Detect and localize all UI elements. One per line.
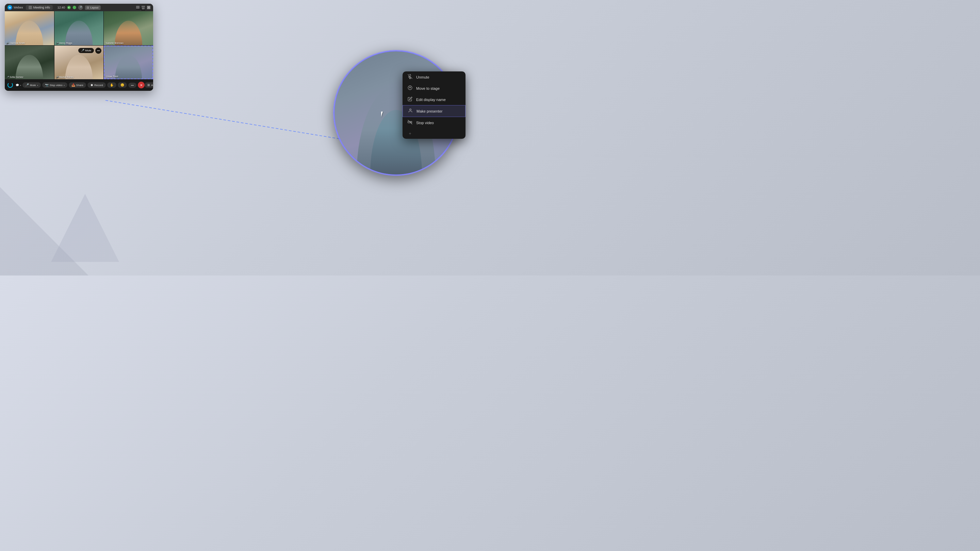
make-presenter-label: Make presenter	[417, 109, 442, 113]
video-chevron: ▾	[64, 84, 65, 86]
bg-decoration-2	[51, 194, 119, 262]
emoji-icon: 😊	[121, 83, 124, 87]
menu-item-partial[interactable]: +	[402, 128, 466, 139]
layout-icon: ⊡	[87, 6, 89, 9]
mute-label: Mute	[30, 84, 36, 87]
participant-name-isabelle: Isabelle Brennan	[105, 42, 124, 44]
minimize-button[interactable]: —	[136, 6, 140, 9]
webex-label: Webex	[14, 6, 23, 9]
svg-point-6	[410, 109, 411, 111]
record-button[interactable]: ⏺ Record	[88, 82, 106, 88]
move-to-stage-label: Move to stage	[416, 86, 440, 91]
record-icon: ⏺	[90, 83, 93, 87]
stop-video-button[interactable]: 📷 Stop video ▾	[42, 82, 67, 88]
mic-status-icon: 🎤	[78, 5, 83, 10]
menu-item-make-presenter[interactable]: Make presenter	[402, 105, 466, 117]
stop-video-label: Stop video	[50, 84, 63, 87]
mute-badge-label: Mute	[86, 49, 92, 52]
end-call-button[interactable]: ✕	[138, 82, 145, 89]
meeting-info-label: Meeting info	[33, 6, 50, 9]
toolbar-left: 💬 ▾	[8, 82, 22, 88]
title-bar-center: 12:40 ● 🎤 ⊡ Layout	[57, 5, 101, 10]
apps-label: Apps	[151, 84, 153, 87]
mute-badge-marise[interactable]: 🎤 Mute	[78, 48, 94, 53]
video-cell-isabelle: Isabelle Brennan	[104, 11, 153, 45]
name-marise: Marise Torres	[59, 76, 73, 78]
video-cell-umar: Umar Patel	[104, 46, 153, 79]
stop-video-menu-icon	[407, 120, 413, 125]
layout-button[interactable]: ⊡ Layout	[85, 5, 100, 10]
end-icon: ✕	[140, 83, 143, 87]
hand-icon: ✋	[110, 83, 114, 87]
name-umar: Umar Patel	[106, 75, 118, 78]
title-bar-left: W Webex Meeting info	[8, 5, 53, 10]
window-controls: — □ ✕	[136, 6, 150, 9]
more-options-button[interactable]: •••	[128, 83, 137, 88]
silhouette-isabelle	[111, 14, 146, 45]
meeting-info-tab[interactable]: Meeting info	[26, 5, 53, 10]
record-label: Record	[94, 84, 103, 87]
silhouette-clarissa	[12, 14, 47, 45]
cell-overlay-marise: 🎤 Mute •••	[78, 48, 102, 54]
status-indicator	[73, 6, 76, 9]
svg-line-0	[105, 100, 364, 143]
share-icon: 📤	[72, 83, 75, 87]
video-cell-marise: 🎤 Mute ••• 🎤 Marise Torres	[54, 46, 104, 79]
mic-icon-marise: 🎤	[56, 76, 59, 78]
share-label: Share	[76, 84, 83, 87]
toolbar-center: 🎤 Mute ▾ 📷 Stop video ▾ 📤 Share ⏺ Record…	[22, 82, 145, 89]
mute-chevron: ▾	[37, 84, 38, 86]
more-badge-marise[interactable]: •••	[95, 48, 102, 54]
more-dots: •••	[131, 84, 134, 87]
participant-name-sofia: 🎤 Sofia Gomez	[6, 76, 23, 78]
captions-icon: 💬	[16, 84, 19, 87]
name-isabelle: Isabelle Brennan	[105, 42, 124, 44]
share-button[interactable]: 📤 Share	[69, 82, 86, 88]
mute-badge-icon: 🎤	[81, 49, 84, 52]
silhouette-sofia	[12, 49, 47, 79]
webex-icon: W	[8, 5, 12, 10]
maximize-button[interactable]: □	[142, 6, 145, 9]
unmute-icon	[407, 74, 413, 80]
name-sofia: Sofia Gomez	[10, 76, 23, 78]
close-button[interactable]: ✕	[147, 6, 150, 9]
mic-icon-henry: 🎤	[56, 42, 59, 44]
video-cell-clarissa: 🎤 Clarissa Smith	[5, 11, 54, 45]
raise-hand-button[interactable]: ✋	[107, 82, 116, 88]
move-to-stage-icon	[407, 86, 413, 91]
app-window: W Webex Meeting info 12:40 ● 🎤 ⊡ Layout …	[5, 4, 153, 91]
context-menu: Unmute Move to stage Edit display name	[402, 71, 466, 139]
silhouette-umar	[111, 49, 145, 79]
mic-icon-clarissa: 🎤	[6, 42, 9, 44]
participant-name-clarissa: 🎤 Clarissa Smith	[6, 42, 25, 44]
unmute-label: Unmute	[416, 75, 430, 79]
participant-name-marise: 🎤 Marise Torres	[56, 76, 73, 78]
captions-button[interactable]: 💬 ▾	[14, 83, 22, 87]
video-grid: 🎤 Clarissa Smith 🎤 Henry Riggs Isabelle …	[5, 11, 153, 79]
apps-button[interactable]: ⊞ Apps	[145, 82, 153, 88]
video-icon: 📷	[45, 83, 49, 87]
stop-video-menu-label: Stop video	[416, 121, 434, 125]
reactions-button[interactable]: 😊	[118, 82, 127, 88]
participant-name-umar: Umar Patel	[106, 75, 118, 78]
toolbar-right: ⊞ Apps	[145, 82, 153, 88]
mute-button[interactable]: 🎤 Mute ▾	[22, 82, 41, 88]
menu-item-stop-video[interactable]: Stop video	[402, 117, 466, 128]
partial-icon: +	[407, 131, 413, 136]
mic-icon-sofia: 🎤	[6, 76, 9, 78]
menu-item-move-to-stage[interactable]: Move to stage	[402, 83, 466, 94]
edit-name-icon	[407, 97, 413, 102]
recording-indicator: ●	[67, 6, 70, 9]
meeting-tab-icon	[29, 6, 32, 9]
menu-item-edit-name[interactable]: Edit display name	[402, 94, 466, 105]
make-presenter-icon	[408, 108, 413, 114]
webex-logo: W Webex	[8, 5, 23, 10]
menu-item-unmute[interactable]: Unmute	[402, 71, 466, 83]
loading-indicator	[8, 82, 13, 88]
name-clarissa: Clarissa Smith	[10, 42, 25, 44]
silhouette-henry	[62, 14, 96, 45]
toolbar: 💬 ▾ 🎤 Mute ▾ 📷 Stop video ▾ 📤 Share ⏺ Re…	[5, 79, 153, 91]
video-cell-henry: 🎤 Henry Riggs	[54, 11, 104, 45]
layout-label: Layout	[90, 6, 98, 9]
edit-name-label: Edit display name	[416, 98, 446, 102]
